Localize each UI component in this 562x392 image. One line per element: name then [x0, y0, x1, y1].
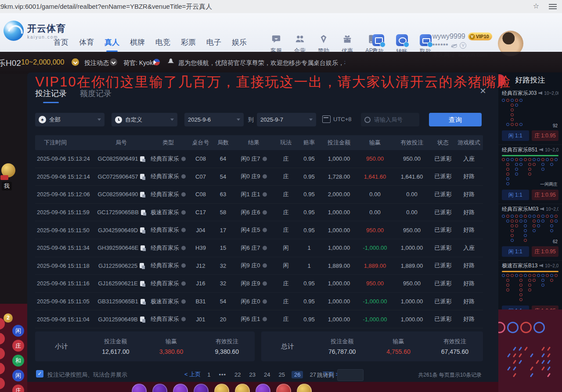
game-type-select[interactable]: ♠ 全部: [35, 113, 104, 126]
info-icon[interactable]: [263, 246, 267, 250]
copy-icon[interactable]: [140, 263, 144, 268]
nav-item-娱乐[interactable]: 娱乐: [232, 37, 247, 53]
game-chip-icon[interactable]: [235, 384, 250, 392]
trend-chevron-icon[interactable]: [110, 58, 117, 66]
info-icon[interactable]: [181, 281, 186, 286]
info-icon[interactable]: [181, 246, 186, 250]
withdraw-icon: [420, 34, 432, 46]
nav-item-棋牌[interactable]: 棋牌: [130, 37, 145, 53]
game-chip-icon[interactable]: [152, 384, 167, 392]
limit-chevron-icon[interactable]: [72, 58, 79, 66]
info-icon[interactable]: [181, 174, 186, 179]
info-icon[interactable]: [263, 263, 267, 268]
copy-icon[interactable]: [140, 316, 144, 322]
info-icon[interactable]: [181, 192, 186, 197]
player-bet-button[interactable]: 闲 1:1: [502, 190, 529, 200]
nav-item-彩票[interactable]: 彩票: [181, 37, 196, 53]
sidebar-game-card[interactable]: 经典百家乐M0310~2,000,62闲 1:1庄 1:0.95: [498, 204, 562, 261]
browser-menu-icon[interactable]: [549, 4, 557, 9]
banker-bet-button[interactable]: 庄 1:0.95: [532, 190, 559, 200]
nav-item-电子[interactable]: 电子: [206, 37, 221, 53]
v-circle-icon[interactable]: V: [460, 42, 466, 49]
info-icon[interactable]: [263, 174, 267, 179]
game-chip-icon[interactable]: [173, 384, 188, 392]
info-icon[interactable]: [181, 317, 186, 321]
game-type: 经典百家乐: [151, 315, 179, 323]
sidebar-game-card[interactable]: 经典百家乐B5110~2,000,一闲两庄闲 1:1庄 1:0.95: [498, 145, 562, 204]
copy-icon[interactable]: [140, 227, 144, 233]
game-chip-icon[interactable]: [214, 384, 229, 392]
info-icon[interactable]: [181, 157, 186, 161]
table-row: 2025-09-06 15:12:06GC0825906490经典百家乐C086…: [35, 186, 483, 204]
page-27[interactable]: 27: [308, 371, 317, 378]
nav-item-电竞[interactable]: 电竞: [155, 37, 170, 53]
game-name: 经典百家乐M03: [502, 205, 538, 213]
game-chip-icon[interactable]: [132, 384, 147, 392]
info-icon[interactable]: [263, 210, 267, 215]
info-icon[interactable]: [263, 281, 267, 286]
round-search-field[interactable]: [361, 113, 419, 126]
player-bet-button[interactable]: 闲 1:1: [502, 306, 529, 309]
chevron-down-icon: [170, 119, 174, 121]
copy-icon[interactable]: [141, 210, 145, 215]
game-chip-icon[interactable]: [297, 384, 312, 392]
info-icon[interactable]: [181, 210, 186, 215]
game-chip-icon[interactable]: [276, 384, 291, 392]
overlay-warning-text: VIP10在你们这里输了几百万，直接玩这一出，请大家认清开云的杀猪嘴脸: [35, 73, 505, 91]
nav-item-首页[interactable]: 首页: [54, 37, 68, 53]
copy-icon[interactable]: [140, 299, 145, 304]
game-chip-icon[interactable]: [194, 384, 209, 392]
username[interactable]: wywy9999: [432, 32, 465, 40]
page-23[interactable]: 23: [248, 371, 257, 378]
road-note: 62: [552, 239, 558, 244]
info-icon[interactable]: [181, 228, 186, 232]
bet-trend-label[interactable]: 投注动态: [84, 59, 109, 67]
nav-item-体育[interactable]: 体育: [79, 37, 94, 53]
vip-shield-icon: V: [469, 34, 475, 40]
page-25[interactable]: 25: [277, 371, 287, 378]
merge-checkbox[interactable]: ✓: [36, 370, 43, 378]
page-26[interactable]: 26: [292, 371, 303, 378]
info-icon[interactable]: [263, 299, 267, 304]
transfer-icon: [396, 34, 408, 46]
sidebar-game-card[interactable]: 极速百家乐B1310~2,000,闲 1:1庄 1:0.95: [498, 261, 562, 309]
player-bet-button[interactable]: 闲 1:1: [502, 130, 529, 141]
game-chip-icon[interactable]: [256, 384, 270, 392]
copy-icon[interactable]: [140, 156, 144, 162]
info-icon[interactable]: [263, 192, 267, 197]
eye-off-icon[interactable]: [451, 43, 457, 49]
prev-page-button[interactable]: < 上页: [184, 370, 201, 378]
round-id: GJ1225906225: [98, 263, 137, 269]
info-icon[interactable]: [181, 299, 186, 304]
column-header: 类型: [148, 139, 189, 147]
nav-item-真人[interactable]: 真人: [104, 37, 119, 53]
date-from-select[interactable]: 2025-9-6: [184, 113, 244, 126]
copy-icon[interactable]: [140, 174, 144, 179]
date-to-select[interactable]: 2025-9-7: [257, 113, 316, 126]
banker-bet-button[interactable]: 庄 1:0.95: [532, 246, 559, 257]
banker-bet-button[interactable]: 庄 1:0.95: [532, 130, 559, 141]
jump-page-input[interactable]: [337, 369, 364, 381]
time-range-select[interactable]: 自定义: [112, 113, 177, 126]
player-bet-button[interactable]: 闲 1:1: [502, 246, 529, 257]
result: 闲0 庄7: [241, 155, 260, 163]
shoe-count-badge: 2: [4, 313, 13, 323]
search-button[interactable]: 查询: [429, 113, 482, 126]
page-24[interactable]: 24: [262, 371, 272, 378]
sidebar-game-card[interactable]: 经典百家乐J0310~2,000,92闲 1:1庄 1:0.95: [498, 88, 562, 145]
page-1[interactable]: 1: [205, 371, 212, 378]
info-icon[interactable]: [181, 263, 186, 268]
round-input[interactable]: [373, 116, 414, 123]
subtotal-amount: 12,617.00: [88, 348, 144, 355]
round-id: GJ042590649D: [98, 227, 138, 234]
bookmark-star-icon[interactable]: ☆: [533, 2, 539, 10]
info-icon[interactable]: [263, 228, 267, 232]
copy-icon[interactable]: [140, 192, 144, 197]
info-icon[interactable]: [263, 317, 267, 321]
page-22[interactable]: 22: [233, 371, 242, 378]
copy-icon[interactable]: [140, 245, 145, 251]
address-bar[interactable]: t9km.vip:6001/game/detail/realbet?enName…: [0, 3, 212, 11]
copy-icon[interactable]: [140, 281, 144, 286]
banker-bet-button[interactable]: 庄 1:0.95: [532, 306, 559, 309]
info-icon[interactable]: [263, 157, 267, 161]
